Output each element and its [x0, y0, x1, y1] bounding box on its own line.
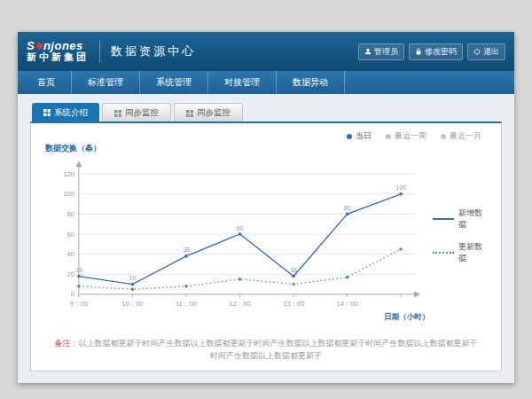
power-icon	[473, 48, 481, 55]
filter-today[interactable]: 当日	[347, 130, 372, 142]
header-actions: 管理员 修改密码 退出	[358, 43, 505, 60]
grid-icon	[114, 110, 121, 117]
tab-bar: 系统介绍 同步监控 同步监控	[32, 103, 502, 121]
legend-label: 更新数据	[458, 241, 490, 264]
filter-last-month[interactable]: 最近一月	[441, 130, 481, 142]
svg-text:18: 18	[290, 267, 297, 273]
nav-item-standard-mgmt[interactable]: 标准管理	[72, 71, 140, 94]
header-divider	[99, 40, 100, 63]
content-area: 系统介绍 同步监控 同步监控 当日	[18, 94, 514, 383]
tab-system-intro[interactable]: 系统介绍	[32, 103, 99, 121]
svg-text:12：00: 12：00	[230, 300, 251, 308]
svg-text:80: 80	[67, 210, 74, 218]
svg-text:0: 0	[71, 290, 74, 298]
line-sample	[433, 218, 454, 220]
svg-text:日期（小时）: 日期（小时）	[384, 312, 429, 321]
desktop-background: S✱njones 新中新集团 数据资源中心 管理员 修改密码 退出	[0, 0, 532, 399]
app-window: S✱njones 新中新集团 数据资源中心 管理员 修改密码 退出	[18, 32, 514, 383]
line-chart: 0204060801001209：0010：0011：0012：0013：001…	[42, 156, 431, 325]
filter-label: 最近一月	[450, 130, 481, 142]
grid-icon	[43, 109, 51, 116]
svg-text:18: 18	[75, 267, 82, 273]
chart-panel: 当日 最近一周 最近一月 数据交换（条） 0204060801001209：00…	[30, 121, 502, 372]
filter-label: 最近一周	[395, 130, 426, 142]
change-password-button[interactable]: 修改密码	[409, 43, 463, 60]
app-header: S✱njones 新中新集团 数据资源中心 管理员 修改密码 退出	[18, 32, 514, 71]
lock-icon	[415, 48, 422, 55]
nav-item-home[interactable]: 首页	[21, 71, 72, 94]
svg-text:10：00: 10：00	[121, 300, 143, 308]
svg-text:60: 60	[67, 231, 74, 239]
change-password-label: 修改密码	[425, 46, 457, 58]
series-legend: 新增数据 更新数据	[433, 207, 490, 264]
brand-subtitle: 新中新集团	[27, 52, 89, 63]
svg-text:120: 120	[63, 170, 74, 178]
logo-star-icon: ✱	[35, 41, 43, 51]
filter-dot	[386, 134, 391, 139]
legend-label: 新增数据	[458, 207, 490, 231]
svg-text:80: 80	[344, 205, 351, 211]
brand-name: S✱njones	[27, 40, 89, 52]
tab-label: 系统介绍	[54, 107, 88, 119]
line-sample	[433, 252, 454, 254]
logout-label: 退出	[483, 46, 499, 58]
svg-text:100: 100	[395, 184, 406, 191]
filter-dot	[441, 134, 446, 139]
nav-item-integration-mgmt[interactable]: 对接管理	[208, 71, 277, 94]
admin-user-button[interactable]: 管理员	[358, 43, 404, 60]
tab-label: 同步监控	[197, 107, 231, 119]
main-nav: 首页 标准管理 系统管理 对接管理 数据异动	[18, 71, 514, 94]
footer-note: 备注：以上数据都更新于时间产生数据以上数据都更新于时间产生数据以上数据都更新于时…	[42, 337, 490, 363]
svg-text:10: 10	[129, 275, 137, 281]
legend-item-new-data[interactable]: 新增数据	[433, 207, 490, 231]
grid-icon	[186, 110, 193, 117]
svg-text:100: 100	[63, 190, 74, 198]
filter-label: 当日	[356, 130, 372, 142]
note-text: 以上数据都更新于时间产生数据以上数据都更新于时间产生数据以上数据都更新于时间产生…	[79, 339, 478, 360]
tab-sync-monitor-2[interactable]: 同步监控	[174, 103, 243, 121]
brand-logo[interactable]: S✱njones 新中新集团	[27, 40, 89, 62]
filter-last-week[interactable]: 最近一周	[386, 130, 426, 142]
svg-text:38: 38	[183, 246, 190, 253]
logout-button[interactable]: 退出	[467, 43, 505, 60]
nav-item-system-mgmt[interactable]: 系统管理	[140, 71, 208, 94]
user-icon	[364, 48, 372, 55]
svg-text:20: 20	[67, 270, 74, 278]
svg-text:11：00: 11：00	[176, 300, 197, 308]
filter-dot	[347, 134, 352, 139]
legend-item-updated-data[interactable]: 更新数据	[433, 241, 490, 264]
tab-label: 同步监控	[125, 107, 159, 119]
svg-text:60: 60	[237, 225, 244, 231]
time-range-filter: 当日 最近一周 最近一月	[347, 130, 481, 142]
svg-text:14：00: 14：00	[337, 300, 358, 308]
svg-text:9：00: 9：00	[70, 300, 88, 308]
note-label: 备注：	[55, 339, 79, 348]
nav-item-data-change[interactable]: 数据异动	[277, 71, 345, 94]
app-title: 数据资源中心	[111, 43, 196, 59]
admin-user-label: 管理员	[374, 46, 398, 58]
chart-row: 0204060801001209：0010：0011：0012：0013：001…	[42, 156, 490, 325]
tab-sync-monitor-1[interactable]: 同步监控	[102, 103, 171, 121]
svg-text:13：00: 13：00	[283, 300, 304, 308]
y-axis-title: 数据交换（条）	[45, 143, 490, 154]
svg-text:40: 40	[67, 250, 74, 258]
